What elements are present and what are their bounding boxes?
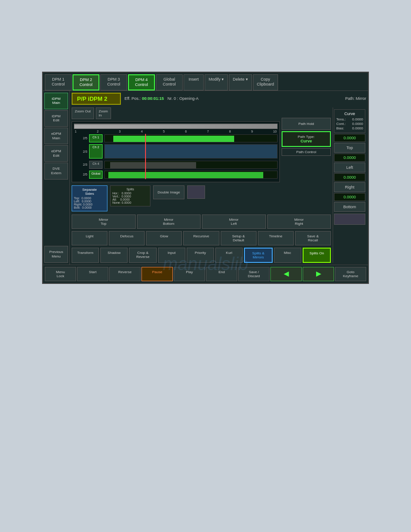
transport-bar: MenuLock Start Reverse Pause Play End Sa… <box>43 265 368 283</box>
playhead <box>145 134 146 179</box>
path-label: Path: Mirror <box>345 96 366 101</box>
path-hold-area: Path Hold Path Type: Curve Path Control <box>282 107 331 156</box>
transform-btn[interactable]: Transform <box>72 248 99 263</box>
save-discard-btn[interactable]: Save /Discard <box>238 267 270 281</box>
sidebar-previous-menu[interactable]: PreviousMenu <box>44 246 68 262</box>
priority-btn[interactable]: Priority <box>187 248 214 263</box>
prev-btn[interactable]: ◀ <box>270 267 302 281</box>
tab-modify[interactable]: Modify ▾ <box>205 74 228 90</box>
setup-default-btn[interactable]: Setup &Default <box>221 231 257 245</box>
timeline-area: 12345 678910 2/5 <box>72 121 280 182</box>
mirror-bottom-btn[interactable]: MirrorBottom <box>137 215 201 229</box>
zoom-in-btn[interactable]: ZoomIn <box>96 107 111 119</box>
tab-bar: DPM 1Control DPM 2Control DPM 3Control D… <box>43 73 368 91</box>
menu-lock-btn[interactable]: MenuLock <box>45 267 76 281</box>
recursive-btn[interactable]: Recursive <box>183 231 219 245</box>
top-label-btn[interactable]: Top <box>334 143 365 153</box>
timeline-ruler <box>74 124 278 129</box>
kurl-btn[interactable]: Kurl <box>215 248 243 263</box>
right-panel: Curve Tens.: 0.0000 Cont.: 0.0000 Bias: … <box>333 107 366 263</box>
splits-hor: Hor.: 0.0000 <box>112 192 148 195</box>
middle-row: Zoom Out ZoomIn 12345 678910 <box>72 107 366 263</box>
next-btn[interactable]: ▶ <box>303 267 334 281</box>
input-btn[interactable]: Input <box>158 248 185 263</box>
global-btn[interactable]: Global <box>89 171 103 179</box>
path-control-label: Path Control <box>282 148 331 156</box>
right-extra-box <box>334 214 365 225</box>
right-label-btn[interactable]: Right <box>334 182 365 192</box>
ch4-btn[interactable]: Ch 4 <box>89 161 103 169</box>
sidebar-idpm-main[interactable]: iDPMMain <box>44 93 68 109</box>
left-value[interactable]: 0.0000 <box>334 154 365 162</box>
ch2-bar <box>104 144 278 159</box>
left-label-btn[interactable]: Left <box>334 163 365 172</box>
mirror-right-btn[interactable]: MirrorRight <box>267 215 331 229</box>
ch1-bar-fill <box>113 136 234 142</box>
misc-btn[interactable]: Misc <box>274 248 301 263</box>
global-bar-fill <box>108 172 264 178</box>
sidebar-idpm-edit[interactable]: iDPMEdit <box>44 110 68 127</box>
sidebar-edpm-edit[interactable]: eDPMEdit <box>44 145 68 162</box>
sidebar-edpm-main[interactable]: eDPMMain <box>44 128 68 144</box>
tab-insert[interactable]: Insert <box>184 74 204 90</box>
tab-global[interactable]: GlobalControl <box>156 74 183 90</box>
tab-delete[interactable]: Delete ▾ <box>229 74 252 90</box>
path-type-box: Path Type: Curve <box>282 131 331 147</box>
bottom-label-btn[interactable]: Bottom <box>334 202 365 212</box>
pp-title: P/P iDPM 2 <box>72 93 121 105</box>
splits-mirrors-btn[interactable]: Splits &Mirrors <box>244 248 272 263</box>
splits-none: None: 0.0000 <box>112 201 148 204</box>
tab-dpm4[interactable]: DPM 4Control <box>128 74 155 90</box>
double-image-btn[interactable]: Double Image <box>153 185 184 199</box>
ch2-btn[interactable]: Ch 2 <box>89 144 103 159</box>
track-num-g: 2/5 <box>74 173 87 176</box>
light-btn[interactable]: Light <box>72 231 107 245</box>
sidebar-dve-extern[interactable]: DVEExtern <box>44 163 68 179</box>
curve-cont: Cont.: 0.0000 <box>336 122 363 126</box>
sep-bott: Bott: 0.0000 <box>74 206 105 209</box>
effect-row1: Light Defocus Glow Recursive Setup &Defa… <box>72 231 331 245</box>
reverse-btn[interactable]: Reverse <box>109 267 141 281</box>
end-btn[interactable]: End <box>206 267 237 281</box>
mirror-top-btn[interactable]: MirrorTop <box>72 215 136 229</box>
bottom-value[interactable]: 0.0000 <box>334 193 365 201</box>
play-btn[interactable]: Play <box>174 267 205 281</box>
top-value[interactable]: 0.0000 <box>334 134 365 142</box>
track-num-1: 2/5 <box>74 137 87 140</box>
tab-dpm3[interactable]: DPM 3Control <box>100 74 127 90</box>
splits-on-btn[interactable]: Splits On <box>303 248 331 263</box>
nr-value: Nr. 0 : Opening-A <box>167 96 199 101</box>
glow-btn[interactable]: Glow <box>146 231 182 245</box>
shadow-btn[interactable]: Shadow <box>100 248 128 263</box>
mirror-left-btn[interactable]: MirrorLeft <box>202 215 266 229</box>
splits-title: Splits <box>112 188 148 191</box>
ch1-bar <box>104 134 278 142</box>
track-ch2: 2/3 Ch 2 <box>74 144 278 159</box>
save-recall-btn[interactable]: Save &Recall <box>295 231 331 245</box>
crop-reverse-btn[interactable]: Crop &Reverse <box>129 248 156 263</box>
eff-pos: Eff. Pos.: 00:00:01:15 <box>124 96 164 101</box>
main-panel: P/P iDPM 2 Eff. Pos.: 00:00:01:15 Nr. 0 … <box>70 91 368 265</box>
path-hold-btn[interactable]: Path Hold <box>282 118 331 130</box>
splits-all: All: 0.0000 <box>112 198 148 201</box>
sep-right: Right: 0.0000 <box>74 203 105 206</box>
ch1-btn[interactable]: Ch 1 <box>89 134 103 142</box>
center-panel: Zoom Out ZoomIn 12345 678910 <box>72 107 331 263</box>
timeline-controls: Zoom Out ZoomIn <box>72 107 280 119</box>
tab-dpm1[interactable]: DPM 1Control <box>45 74 72 90</box>
sep-top: Top: 0.0000 <box>74 197 105 200</box>
goto-keyframe-btn[interactable]: GotoKeyframe <box>335 267 366 281</box>
content-area: iDPMMain iDPMEdit eDPMMain eDPMEdit DVEE… <box>43 91 368 265</box>
tab-dpm2[interactable]: DPM 2Control <box>73 74 99 90</box>
start-btn[interactable]: Start <box>77 267 108 281</box>
timeline-btn[interactable]: Timeline <box>258 231 294 245</box>
ruler-numbers: 12345 678910 <box>74 130 278 133</box>
ch4-bar-fill <box>110 162 197 168</box>
right-value[interactable]: 0.0000 <box>334 173 365 181</box>
ch2-bar-fill <box>105 145 277 158</box>
defocus-btn[interactable]: Defocus <box>109 231 145 245</box>
tab-copy-clipboard[interactable]: CopyClipboard <box>253 74 278 90</box>
zoom-out-btn[interactable]: Zoom Out <box>72 107 94 119</box>
mirror-buttons-row: MirrorTop MirrorBottom MirrorLeft Mirror… <box>72 215 331 229</box>
pause-btn[interactable]: Pause <box>141 267 173 281</box>
